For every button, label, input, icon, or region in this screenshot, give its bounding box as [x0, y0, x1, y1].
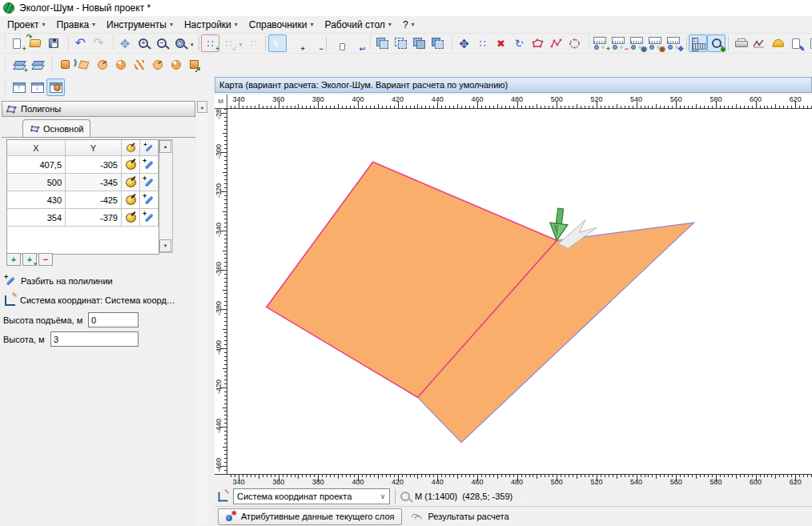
noise-circle2-button[interactable] — [148, 56, 167, 74]
noise-circle-button[interactable] — [93, 56, 111, 74]
toolbar-grip[interactable] — [587, 36, 589, 50]
scroll-up-button[interactable]: ▲ — [159, 140, 171, 153]
segment-button[interactable] — [140, 174, 159, 191]
handle-button[interactable] — [122, 156, 140, 174]
column-header-handle[interactable] — [122, 140, 140, 156]
cell-x[interactable]: 500 — [7, 174, 66, 191]
undo-button[interactable]: ↶ — [71, 34, 90, 52]
menu-help[interactable]: ?▾ — [397, 17, 420, 33]
split-polyline-link[interactable]: Разбить на полилинии — [5, 274, 113, 288]
window-up-button[interactable]: ↑ — [10, 78, 28, 96]
cell-x[interactable]: 354 — [7, 209, 66, 227]
column-header-segment[interactable] — [140, 140, 159, 156]
toolbar-grip[interactable] — [450, 36, 452, 50]
cell-x[interactable]: 430 — [7, 191, 66, 209]
column-header-x[interactable]: X — [7, 140, 66, 156]
scroll-up-button[interactable]: ▲ — [197, 101, 207, 113]
select-object-button[interactable] — [328, 34, 347, 52]
cell-y[interactable]: -345 — [66, 174, 122, 191]
zoom-selection-button[interactable]: ◆ — [707, 34, 726, 52]
window-down-button[interactable]: ↓ — [28, 78, 46, 96]
height-input[interactable] — [50, 331, 139, 347]
table-scrollbar[interactable]: ▲ ▼ — [159, 139, 173, 253]
overlay-intersect-button[interactable] — [392, 34, 410, 52]
measure-add-button[interactable]: + — [592, 34, 610, 52]
print-button[interactable] — [731, 34, 750, 52]
select-subtract-button[interactable]: − — [305, 34, 324, 52]
coordinate-system-combo[interactable]: Система координат проекта ∨ — [233, 488, 390, 504]
menu-project[interactable]: Проект▾ — [2, 17, 51, 33]
measure-show-button[interactable]: ◉ — [629, 34, 647, 52]
toolbar-grip[interactable] — [3, 36, 6, 50]
zoom-previous-button[interactable]: ◷▾ — [171, 34, 190, 52]
panel-scrollbar[interactable]: ▲ — [197, 101, 207, 525]
cell-y[interactable]: -425 — [66, 191, 122, 209]
overlay-union-button[interactable] — [373, 34, 392, 52]
segment-button[interactable] — [140, 191, 159, 209]
noise-sector-button[interactable] — [111, 56, 130, 74]
delete-row-button[interactable]: − — [38, 253, 53, 266]
zoom-out-button[interactable]: − — [153, 34, 171, 52]
draw-polygon-button[interactable] — [529, 34, 547, 52]
select-add-button[interactable]: + — [287, 34, 305, 52]
draw-ellipse-button[interactable] — [565, 34, 584, 52]
redo-button[interactable]: ↷ — [90, 34, 108, 52]
tab-results[interactable]: ◠◠ Результаты расчета — [404, 508, 516, 525]
add-row-button[interactable]: + — [6, 253, 21, 266]
segment-button[interactable] — [140, 209, 159, 227]
draw-polyline-button[interactable] — [547, 34, 565, 52]
delete-object-button[interactable]: ✖ — [492, 34, 510, 52]
add-layer-button[interactable]: + — [10, 56, 28, 74]
toolbar-grip[interactable] — [50, 58, 54, 72]
move-object-button[interactable]: ✥ — [455, 34, 473, 52]
tab-attributes[interactable]: Атрибутивные данные текущего слоя — [218, 508, 402, 525]
menu-references[interactable]: Справочники▾ — [243, 17, 320, 33]
insert-row-button[interactable]: +▾ — [22, 253, 37, 266]
pan-button[interactable]: ✥ — [116, 34, 135, 52]
overlay-symdiff-button[interactable] — [428, 34, 447, 52]
zoom-in-button[interactable]: + — [135, 34, 153, 52]
coordinate-system-link[interactable]: Система координат: Система коорд… — [5, 293, 175, 307]
select-back-button[interactable]: ↩ — [347, 34, 365, 52]
window-data-button[interactable] — [46, 78, 65, 96]
column-header-y[interactable]: Y — [66, 140, 122, 156]
measure-hide-button[interactable]: ◉ — [647, 34, 665, 52]
rulers-toggle-button[interactable] — [689, 34, 707, 52]
open-project-button[interactable]: ↷ — [26, 34, 45, 52]
toolbar-grip[interactable] — [368, 36, 371, 50]
measure-remove-button[interactable]: − — [610, 34, 629, 52]
menu-desktop[interactable]: Рабочий стол▾ — [320, 17, 397, 33]
lift-height-input[interactable] — [88, 312, 139, 327]
overlay-subtract-button[interactable] — [410, 34, 428, 52]
measure-move-button[interactable]: ✥ — [665, 34, 684, 52]
handle-button[interactable] — [122, 174, 140, 191]
scroll-down-button[interactable]: ▼ — [159, 239, 171, 252]
extra-button[interactable]: − — [805, 34, 812, 52]
cell-x[interactable]: 407,5 — [7, 156, 66, 174]
toolbar-grip[interactable] — [66, 36, 69, 50]
handle-button[interactable] — [122, 209, 140, 227]
toolbar-grip[interactable] — [3, 80, 7, 94]
apply-nodes-button[interactable]: ∷✓▾ — [219, 34, 238, 52]
menu-settings[interactable]: Настройки▾ — [179, 17, 243, 33]
tab-main-polygon[interactable]: Основной — [22, 119, 90, 137]
toolbar-grip[interactable] — [111, 36, 114, 50]
panel-splitter[interactable] — [208, 75, 215, 526]
layers-button[interactable] — [28, 56, 46, 74]
menu-tools[interactable]: Инструменты▾ — [101, 17, 179, 33]
noise-area-button[interactable] — [185, 56, 203, 74]
report-button[interactable]: ✎ — [786, 34, 805, 52]
toolbar-grip[interactable] — [3, 58, 7, 72]
handle-button[interactable] — [122, 191, 140, 209]
new-project-button[interactable]: + — [8, 34, 26, 52]
model-button[interactable] — [768, 34, 786, 52]
cell-y[interactable]: -305 — [66, 156, 122, 174]
menu-edit[interactable]: Правка▾ — [51, 17, 102, 33]
map-canvas[interactable] — [227, 109, 812, 474]
edit-nodes-button[interactable]: ∷ — [473, 34, 492, 52]
capture-object-button[interactable]: ↻ — [510, 34, 529, 52]
cell-y[interactable]: -379 — [66, 209, 122, 227]
chart-button[interactable] — [750, 34, 768, 52]
pick-nodes-button[interactable]: ∷ — [244, 34, 263, 52]
select-button[interactable] — [268, 34, 287, 52]
